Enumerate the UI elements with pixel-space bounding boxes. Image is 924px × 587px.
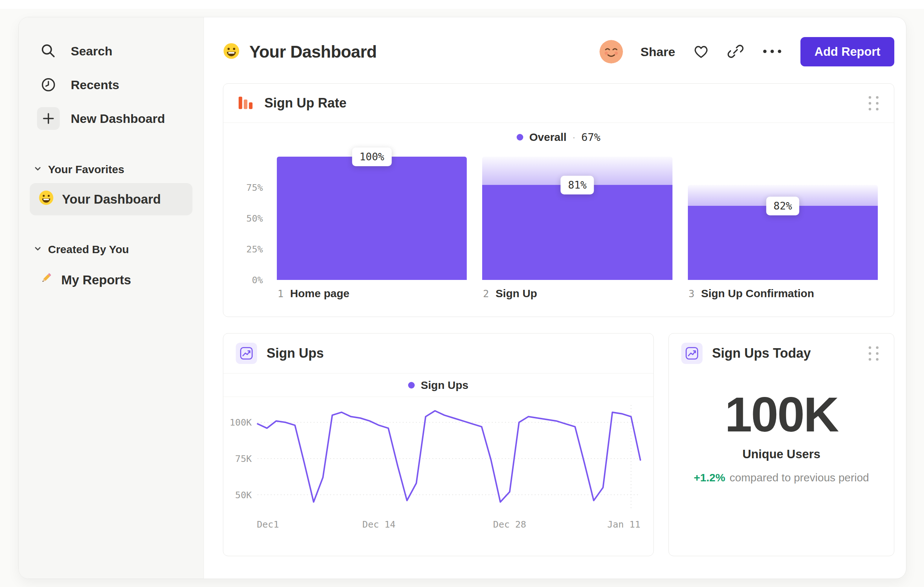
- funnel-step-name: Sign Up Confirmation: [701, 287, 814, 300]
- sidebar-item-search[interactable]: Search: [30, 34, 193, 68]
- funnel-axis-label: 0%: [252, 275, 263, 285]
- header-actions: Share Add Report: [599, 37, 894, 66]
- legend-label: Overall: [529, 131, 566, 144]
- funnel-step-name: Sign Up: [496, 287, 537, 300]
- cards-row: Sign Ups Sign Ups 100K75K50KDec1Dec 14De…: [223, 333, 894, 556]
- legend-value: 67%: [581, 131, 600, 144]
- svg-text:100K: 100K: [229, 417, 252, 428]
- clock-icon: [37, 76, 60, 93]
- card-title: Sign Ups Today: [712, 346, 811, 361]
- add-report-button[interactable]: Add Report: [800, 37, 894, 66]
- page-header: Your Dashboard Share: [223, 33, 894, 70]
- app-window: Search Recents New Dashboard Your Favori…: [18, 17, 906, 579]
- funnel-axis-label: 25%: [246, 244, 263, 255]
- legend-dot: [516, 134, 523, 141]
- sign-ups-today-card-header: Sign Ups Today: [669, 334, 894, 373]
- pencil-emoji-icon: [38, 271, 53, 289]
- section-header-created-by-you[interactable]: Created By You: [30, 239, 193, 260]
- funnel-step-number: 3: [689, 288, 695, 299]
- card-title: Sign Up Rate: [264, 95, 346, 111]
- funnel-y-axis: 75%50%25%0%: [240, 157, 263, 280]
- funnel-step-name: Home page: [290, 287, 350, 300]
- sign-ups-card: Sign Ups Sign Ups 100K75K50KDec1Dec 14De…: [223, 333, 654, 556]
- funnel-bar-fill: [482, 185, 672, 280]
- funnel-axis-label: 50%: [246, 213, 263, 224]
- sidebar-item-your-dashboard[interactable]: Your Dashboard: [30, 183, 193, 215]
- funnel-bar-1[interactable]: 100%1Home page: [277, 157, 467, 280]
- drag-handle-icon[interactable]: [866, 94, 881, 112]
- share-button[interactable]: Share: [640, 45, 675, 59]
- funnel-value-badge: 100%: [352, 147, 391, 166]
- svg-text:50K: 50K: [235, 490, 252, 500]
- drag-handle-icon[interactable]: [866, 344, 881, 363]
- top-strip: [0, 0, 924, 9]
- sidebar-section-favorites: Your Favorites Your Dashboard: [30, 159, 193, 215]
- sidebar-item-label: Your Dashboard: [62, 192, 161, 207]
- funnel-bars: 100%1Home page81%2Sign Up82%3Sign Up Con…: [277, 157, 878, 280]
- main-content: Your Dashboard Share: [204, 17, 906, 579]
- section-header-your-favorites[interactable]: Your Favorites: [30, 159, 193, 180]
- funnel-x-label: 2Sign Up: [483, 287, 537, 300]
- line-chart-icon: [236, 343, 257, 364]
- funnel-bar-fill: [277, 157, 467, 280]
- funnel-bar-fill: [688, 206, 878, 280]
- page-title: Your Dashboard: [249, 42, 376, 62]
- svg-text:Jan 11: Jan 11: [607, 519, 640, 530]
- favorite-heart-button[interactable]: [693, 44, 710, 60]
- sidebar-item-recents[interactable]: Recents: [30, 68, 193, 102]
- svg-text:Dec 14: Dec 14: [362, 519, 395, 530]
- big-number-label: Unique Users: [742, 447, 821, 461]
- funnel-legend: Overall · 67%: [223, 123, 894, 152]
- delta-row: +1.2% compared to previous period: [694, 471, 869, 484]
- legend-separator: ·: [573, 132, 575, 142]
- legend-dot: [408, 382, 415, 389]
- sidebar-item-new-dashboard[interactable]: New Dashboard: [30, 102, 193, 136]
- more-options-button[interactable]: [762, 48, 783, 56]
- plus-icon: [37, 107, 60, 130]
- sidebar-item-my-reports[interactable]: My Reports: [30, 265, 193, 295]
- delta-note: compared to previous period: [730, 471, 869, 484]
- funnel-x-label: 1Home page: [277, 287, 350, 300]
- line-chart[interactable]: 100K75K50KDec1Dec 14Dec 28Jan 11: [223, 397, 653, 533]
- line-chart-icon: [681, 343, 703, 364]
- sidebar-item-label: My Reports: [61, 273, 131, 287]
- sign-up-rate-card-header: Sign Up Rate: [223, 84, 894, 123]
- big-number-value: 100K: [725, 390, 838, 439]
- funnel-bar-3[interactable]: 82%3Sign Up Confirmation: [688, 157, 878, 280]
- sidebar-item-label: Search: [71, 44, 112, 58]
- sign-up-rate-card: Sign Up Rate Overall · 67% 75%50%25%0% 1…: [223, 83, 894, 317]
- section-title: Your Favorites: [48, 163, 124, 176]
- funnel-axis-label: 75%: [246, 182, 263, 193]
- svg-text:Dec1: Dec1: [257, 519, 279, 530]
- sidebar-item-label: New Dashboard: [71, 112, 165, 126]
- big-number-body: 100K Unique Users +1.2% compared to prev…: [669, 373, 894, 484]
- chevron-down-icon: [33, 243, 42, 256]
- funnel-chart: 75%50%25%0% 100%1Home page81%2Sign Up82%…: [240, 157, 878, 317]
- funnel-chart-icon: [236, 93, 255, 113]
- chevron-down-icon: [33, 163, 42, 176]
- funnel-bar-2[interactable]: 81%2Sign Up: [482, 157, 672, 280]
- link-icon: [727, 43, 744, 61]
- ellipsis-icon: [762, 48, 783, 56]
- smiley-emoji-icon: [38, 190, 54, 208]
- funnel-value-badge: 82%: [766, 197, 800, 215]
- page-title-group: Your Dashboard: [223, 30, 376, 73]
- svg-text:75K: 75K: [235, 453, 252, 464]
- sign-ups-card-header: Sign Ups: [223, 334, 653, 374]
- sidebar-section-created-by-you: Created By You My Reports: [30, 239, 193, 295]
- sign-ups-today-card: Sign Ups Today 100K Unique Users +1.2% c…: [668, 333, 894, 556]
- funnel-value-badge: 81%: [561, 176, 594, 194]
- copy-link-button[interactable]: [727, 43, 744, 61]
- card-title: Sign Ups: [267, 346, 324, 361]
- search-icon: [37, 43, 60, 60]
- avatar[interactable]: [599, 40, 623, 63]
- heart-icon: [693, 44, 710, 60]
- smiley-emoji-icon: [223, 43, 240, 61]
- legend-label: Sign Ups: [421, 379, 468, 392]
- svg-text:Dec 28: Dec 28: [493, 519, 526, 530]
- funnel-x-label: 3Sign Up Confirmation: [689, 287, 814, 300]
- delta-value: +1.2%: [694, 471, 725, 484]
- funnel-step-number: 2: [483, 288, 489, 299]
- section-title: Created By You: [48, 243, 129, 256]
- sidebar: Search Recents New Dashboard Your Favori…: [19, 17, 204, 579]
